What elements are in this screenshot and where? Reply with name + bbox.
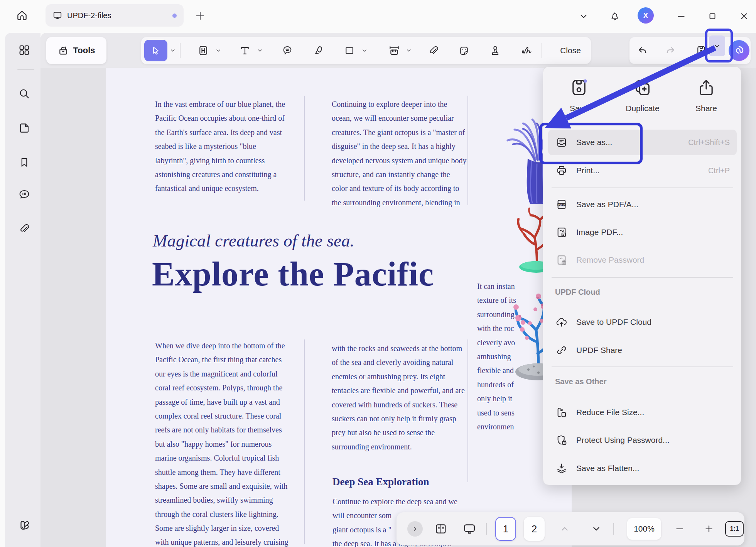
page-thumbnails-icon[interactable] — [15, 118, 34, 138]
titlebar-chevron-button[interactable] — [575, 7, 592, 25]
menu-divider — [552, 187, 733, 188]
zoom-in-button[interactable] — [698, 512, 720, 545]
unsaved-dot — [172, 14, 177, 18]
minimize-button[interactable] — [672, 7, 690, 25]
bottombar-divider — [486, 523, 487, 535]
comments-icon[interactable] — [15, 185, 34, 204]
apps-grid-icon[interactable] — [15, 41, 34, 60]
menu-item-reduce-file-size[interactable]: Reduce File Size... — [548, 400, 737, 425]
dropdown-button-highlight-annotation — [705, 29, 733, 62]
page-2-button[interactable]: 2 — [522, 512, 546, 545]
tools-button[interactable]: Tools — [46, 37, 106, 64]
text-tool-button[interactable] — [235, 39, 255, 62]
bookmark-icon[interactable] — [15, 153, 34, 172]
new-tab-button[interactable] — [195, 10, 206, 21]
zoom-level-box[interactable]: 100% — [626, 512, 662, 545]
home-icon — [16, 9, 28, 22]
page-1-button[interactable]: 1 — [494, 512, 518, 545]
home-button[interactable] — [12, 5, 32, 25]
actual-size-button[interactable]: 1:1 — [724, 512, 745, 545]
measure-tool-chevron[interactable] — [406, 46, 413, 55]
menu-item-image-pdf[interactable]: Image PDF... — [548, 219, 737, 245]
toolbar-divider — [542, 43, 542, 58]
menu-item-save-as-flatten[interactable]: Save as Flatten... — [548, 456, 737, 481]
measure-tool-button[interactable] — [384, 39, 404, 62]
previous-page-button[interactable] — [554, 512, 575, 545]
undo-button[interactable] — [633, 39, 653, 62]
menu-item-updf-share[interactable]: UPDF Share — [548, 338, 737, 363]
monitor-icon — [52, 10, 62, 20]
duplicate-icon — [633, 78, 653, 98]
notifications-button[interactable] — [606, 7, 624, 25]
svg-text:PDF/A: PDF/A — [558, 203, 565, 206]
pdfa-icon: PDF/A — [555, 198, 568, 211]
select-tool-chevron[interactable] — [170, 46, 177, 55]
printer-icon — [555, 164, 568, 177]
close-editing-button[interactable]: Close — [550, 37, 591, 64]
menu-section-updf-cloud: UPDF Cloud — [555, 288, 600, 297]
menu-item-save-to-updf-cloud[interactable]: Save to UPDF Cloud — [548, 309, 737, 335]
highlight-tool-chevron[interactable] — [215, 46, 222, 55]
chevron-right-icon — [407, 521, 423, 537]
redo-button[interactable] — [660, 39, 680, 62]
presentation-mode-button[interactable] — [458, 512, 481, 545]
menu-share-action[interactable]: Share — [681, 78, 731, 128]
reduce-file-size-icon — [555, 406, 568, 419]
user-avatar[interactable]: X — [638, 7, 654, 24]
attach-tool-button[interactable] — [424, 39, 444, 62]
flatten-icon — [555, 462, 568, 475]
column-divider — [304, 339, 305, 544]
maximize-button[interactable] — [704, 7, 721, 25]
menu-item-remove-password: Remove Password — [548, 247, 737, 273]
pdf-page: In the vast embrace of our blue planet, … — [106, 68, 572, 547]
sticker-tool-button[interactable] — [454, 39, 474, 62]
menu-save-action[interactable]: Save — [554, 78, 604, 128]
zoom-out-button[interactable] — [669, 512, 690, 545]
text-tool-chevron[interactable] — [257, 46, 264, 55]
ai-swirl-icon — [732, 44, 746, 57]
expand-bar-button[interactable] — [404, 512, 426, 545]
menu-divider — [552, 277, 733, 278]
column1-paragraph2: When we dive deep into the bottom of the… — [155, 339, 288, 547]
pen-tool-button[interactable] — [308, 39, 328, 62]
page-navigation-bar: 1 2 100% 1:1 — [397, 512, 744, 545]
select-tool-button[interactable] — [144, 40, 167, 61]
swatches-icon[interactable] — [15, 516, 34, 535]
toolbar-divider — [180, 43, 181, 58]
column1-paragraph1: In the vast embrace of our blue planet, … — [155, 97, 285, 196]
headline-title: Explore the Pacific — [152, 255, 434, 294]
signature-tool-button[interactable] — [516, 39, 537, 62]
menu-item-save-as-pdfa[interactable]: PDF/A Save as PDF/A... — [548, 192, 737, 217]
bell-icon — [609, 11, 620, 22]
close-window-button[interactable] — [735, 7, 753, 25]
annotation-toolbar: Close — [141, 37, 591, 64]
comment-tool-button[interactable] — [277, 39, 297, 62]
remove-password-icon — [555, 253, 568, 267]
share-icon — [696, 78, 716, 98]
stamp-tool-button[interactable] — [485, 39, 505, 62]
two-page-view-button[interactable] — [430, 512, 452, 545]
image-pdf-icon — [555, 226, 568, 239]
column2-paragraph2: with the rocks and seaweeds at the botto… — [332, 341, 465, 454]
next-page-button[interactable] — [586, 512, 607, 545]
shape-tool-button[interactable] — [339, 39, 359, 62]
cloud-upload-icon — [555, 316, 568, 329]
menu-divider — [552, 366, 733, 367]
menu-duplicate-action[interactable]: Duplicate — [618, 78, 668, 128]
search-icon[interactable] — [15, 84, 34, 103]
sidebar-divider — [17, 69, 34, 70]
shape-tool-chevron[interactable] — [361, 46, 368, 55]
shield-lock-icon — [555, 434, 568, 447]
bottombar-divider — [613, 523, 614, 535]
column-divider — [467, 339, 468, 482]
menu-section-save-as-other: Save as Other — [555, 377, 606, 386]
column-divider — [467, 96, 468, 205]
highlight-tool-button[interactable] — [193, 39, 213, 62]
document-tab[interactable]: UPDF-2-files — [46, 4, 184, 27]
attachment-icon[interactable] — [15, 219, 34, 238]
menu-item-protect-using-password[interactable]: Protect Using Password... — [548, 427, 737, 453]
tools-label: Tools — [73, 46, 95, 56]
cursor-icon — [150, 45, 161, 56]
toolbox-icon — [57, 45, 69, 56]
save-icon — [569, 78, 589, 98]
